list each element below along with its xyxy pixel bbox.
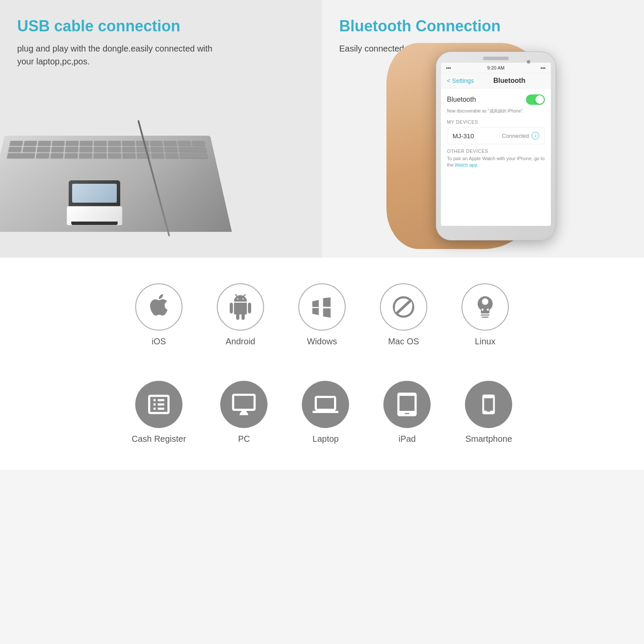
phone-nav-back: < Settings — [447, 77, 474, 84]
pc-icon-circle — [220, 381, 267, 428]
key — [164, 147, 178, 152]
cashregister-label: Cash Register — [132, 434, 186, 444]
key — [80, 141, 93, 146]
macos-icon-circle — [380, 283, 427, 331]
key — [165, 153, 179, 158]
windows-label: Widows — [307, 337, 337, 346]
smartphone-icon-circle — [465, 381, 512, 428]
phone-camera — [527, 60, 530, 64]
watch-app-link[interactable]: Watch app. — [455, 162, 478, 167]
icon-item-smartphone: Smartphone — [465, 381, 512, 444]
android-icon — [228, 292, 253, 322]
other-devices-label: OTHER DEVICES — [447, 149, 545, 154]
key — [24, 141, 37, 146]
panel-usb: USB cable connection plug and play with … — [0, 0, 322, 258]
key — [50, 153, 64, 158]
key — [122, 147, 135, 152]
key — [94, 147, 106, 152]
bluetooth-title: Bluetooth Connection — [339, 17, 627, 35]
bluetooth-toggle[interactable] — [526, 94, 545, 105]
key — [94, 141, 106, 146]
linux-icon — [472, 292, 498, 322]
my-devices-label: MY DEVICES — [447, 119, 545, 125]
device-compatibility-section: Cash Register PC Laptop — [0, 364, 644, 470]
key — [122, 153, 136, 158]
usb-description: plug and play with the dongle.easily con… — [17, 42, 215, 68]
scanner-screen — [72, 184, 117, 203]
ipad-icon — [394, 392, 420, 417]
windows-icon-circle — [298, 283, 346, 331]
key — [179, 153, 208, 158]
phone-container: ▪▪▪ 9:20 AM ▪▪▪ < Settings Bluetooth — [365, 43, 627, 240]
key — [108, 153, 121, 158]
icon-item-cashregister: Cash Register — [132, 381, 186, 444]
android-icon-circle — [217, 283, 264, 331]
key — [151, 153, 164, 158]
os-compatibility-section: iOS Android Widows — [0, 258, 644, 364]
icon-item-laptop: Laptop — [302, 381, 349, 444]
phone-nav-bar: < Settings Bluetooth — [441, 73, 551, 88]
key — [52, 141, 64, 146]
icon-item-linux: Linux — [462, 283, 509, 346]
android-label: Android — [226, 337, 255, 346]
phone-content: Bluetooth Now discoverable as "成凤娘的 iPho… — [441, 88, 551, 175]
device-icons-row: Cash Register PC Laptop — [132, 381, 513, 444]
key — [66, 141, 79, 146]
pc-label: PC — [238, 434, 250, 444]
bt-connected-status: Connected i — [502, 132, 539, 140]
bt-label: Bluetooth — [447, 96, 476, 103]
signal-icon: ▪▪▪ — [446, 65, 451, 70]
smartphone-icon — [478, 392, 499, 417]
laptop-icon — [313, 392, 338, 417]
phone-nav-title: Bluetooth — [493, 77, 526, 85]
key — [136, 141, 149, 146]
laptop-icon-circle — [302, 381, 349, 428]
icon-item-android: Android — [217, 283, 264, 346]
keyboard-keys — [0, 136, 216, 161]
key — [9, 141, 23, 146]
scanner-top — [69, 180, 120, 206]
key — [65, 147, 79, 152]
key — [65, 153, 78, 158]
icon-item-ipad: iPad — [383, 381, 431, 444]
key — [150, 141, 163, 146]
key — [51, 147, 64, 152]
key — [191, 141, 205, 146]
top-section: USB cable connection plug and play with … — [0, 0, 644, 258]
key — [37, 147, 50, 152]
panel-bluetooth: Bluetooth Connection Easily connected wi… — [322, 0, 644, 258]
smartphone-label: Smartphone — [465, 434, 512, 444]
key — [164, 141, 177, 146]
key — [36, 153, 49, 158]
key — [38, 141, 51, 146]
key — [179, 147, 207, 152]
ios-icon-circle — [135, 283, 182, 331]
bt-info-icon[interactable]: i — [532, 132, 539, 140]
icon-item-macos: Mac OS — [380, 283, 427, 346]
os-icons-row: iOS Android Widows — [135, 283, 509, 346]
apple-icon — [146, 292, 172, 322]
key — [7, 153, 35, 158]
linux-label: Linux — [475, 337, 495, 346]
ipad-label: iPad — [398, 434, 416, 444]
battery-icon: ▪▪▪ — [541, 65, 546, 70]
bt-toggle-row: Bluetooth — [447, 94, 545, 105]
scanner-base — [67, 206, 122, 225]
key — [22, 147, 36, 152]
phone-outer: ▪▪▪ 9:20 AM ▪▪▪ < Settings Bluetooth — [436, 52, 556, 240]
key — [79, 147, 92, 152]
phone-wrapper: ▪▪▪ 9:20 AM ▪▪▪ < Settings Bluetooth — [436, 52, 556, 240]
cashregister-icon — [146, 392, 172, 417]
windows-icon — [309, 294, 335, 320]
key — [108, 141, 121, 146]
ipad-icon-circle — [383, 381, 431, 428]
key — [8, 147, 22, 152]
phone-status-bar: ▪▪▪ 9:20 AM ▪▪▪ — [441, 63, 551, 73]
phone-screen: ▪▪▪ 9:20 AM ▪▪▪ < Settings Bluetooth — [441, 63, 551, 226]
bt-device-row: MJ-310 Connected i — [447, 127, 545, 144]
usb-title: USB cable connection — [17, 17, 305, 35]
macos-icon — [391, 294, 416, 320]
key — [178, 141, 191, 146]
bt-discoverable: Now discoverable as "成凤娘的 iPhone". — [447, 108, 545, 114]
icon-item-windows: Widows — [298, 283, 346, 346]
